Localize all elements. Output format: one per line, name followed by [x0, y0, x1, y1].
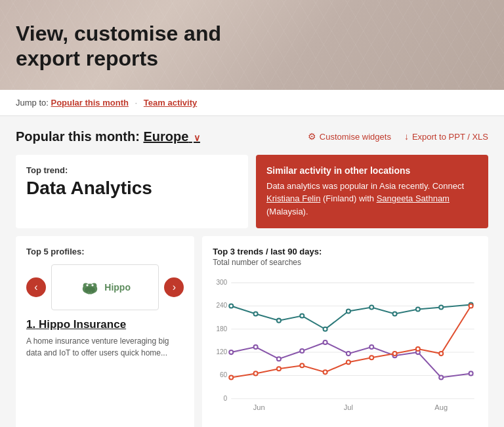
svg-point-36: [346, 352, 350, 356]
svg-point-29: [439, 306, 443, 310]
trends-chart: 300 240 180 120 60 0: [213, 274, 478, 418]
svg-point-31: [230, 350, 234, 354]
hippo-icon: [79, 279, 100, 295]
alert-body-text: Data analytics was popular in Asia recen…: [266, 181, 464, 191]
svg-point-28: [416, 308, 420, 312]
kristiana-link[interactable]: Kristiana Felin: [266, 193, 320, 203]
svg-point-23: [301, 314, 304, 318]
svg-point-24: [324, 327, 327, 331]
hero-banner: View, customise and export reports: [0, 0, 504, 90]
customise-widgets-button[interactable]: ⚙ Customise widgets: [308, 131, 391, 142]
profile-name[interactable]: 1. Hippo Insurance: [26, 318, 184, 331]
section-actions: ⚙ Customise widgets ↓ Export to PPT / XL…: [308, 131, 488, 142]
svg-point-46: [324, 371, 327, 375]
svg-point-50: [416, 347, 420, 351]
alert-mid-text: (Finland) with: [323, 193, 377, 203]
profile-company: Hippo Insurance: [39, 318, 126, 331]
svg-point-22: [277, 319, 281, 323]
hero-title: View, customise and export reports: [16, 21, 488, 71]
section-title-prefix: Popular this month:: [16, 129, 140, 144]
bottom-row: Top 5 profiles: ‹: [16, 236, 488, 427]
trend-card: Top trend: Data Analytics: [16, 155, 248, 229]
carousel-prev-button[interactable]: ‹: [26, 277, 46, 297]
svg-text:0: 0: [224, 395, 228, 402]
profile-description: A home insurance venture leveraging big …: [26, 335, 184, 359]
profiles-subtitle: Top 5 profiles:: [26, 247, 184, 256]
customise-label: Customise widgets: [320, 132, 391, 142]
svg-point-52: [469, 304, 473, 308]
svg-point-48: [369, 356, 373, 359]
svg-point-4: [87, 284, 89, 286]
svg-text:Jun: Jun: [253, 403, 265, 411]
svg-point-42: [230, 376, 234, 380]
svg-point-25: [346, 310, 350, 314]
svg-text:120: 120: [217, 348, 228, 356]
svg-point-51: [439, 352, 443, 356]
svg-point-20: [230, 304, 234, 308]
svg-point-49: [393, 352, 397, 356]
svg-point-35: [324, 340, 327, 344]
svg-point-37: [369, 345, 373, 349]
svg-point-44: [277, 367, 281, 371]
svg-point-47: [346, 360, 350, 364]
export-button[interactable]: ↓ Export to PPT / XLS: [404, 131, 488, 142]
svg-point-43: [254, 372, 258, 376]
sangeeta-link[interactable]: Sangeeta Sathnam: [377, 193, 450, 203]
profiles-card: Top 5 profiles: ‹: [16, 236, 194, 427]
profile-image-box: Hippo: [51, 264, 159, 310]
svg-point-21: [254, 312, 258, 316]
profile-number: 1.: [26, 318, 35, 331]
svg-point-3: [85, 287, 95, 293]
svg-text:300: 300: [217, 279, 228, 286]
jump-popular-link[interactable]: Popular this month: [51, 98, 128, 108]
company-name-label: Hippo: [104, 282, 131, 293]
svg-point-33: [277, 357, 281, 361]
svg-rect-7: [91, 292, 92, 295]
export-label: Export to PPT / XLS: [412, 132, 488, 142]
svg-point-41: [469, 372, 473, 376]
carousel-next-button[interactable]: ›: [164, 277, 184, 297]
svg-text:60: 60: [220, 372, 228, 379]
alert-card: Similar activity in other locations Data…: [256, 155, 488, 229]
profile-logo: Hippo: [79, 279, 131, 295]
svg-point-32: [254, 345, 258, 349]
svg-text:Jul: Jul: [344, 403, 353, 411]
svg-point-45: [301, 364, 304, 368]
jump-nav: Jump to: Popular this month · Team activ…: [0, 90, 504, 116]
main-content: Popular this month: Europe ∨ ⚙ Customise…: [0, 116, 504, 427]
trend-subtitle: Top trend:: [26, 165, 238, 175]
svg-point-26: [369, 306, 373, 310]
trend-name: Data Analytics: [26, 178, 238, 199]
svg-text:180: 180: [217, 325, 228, 333]
profile-carousel: ‹ Hippo: [26, 264, 184, 310]
chart-card: Top 3 trends / last 90 days: Total numbe…: [202, 236, 488, 427]
svg-point-34: [301, 349, 304, 353]
region-selector[interactable]: Europe ∨: [143, 129, 200, 144]
svg-rect-6: [88, 292, 89, 295]
alert-end-text: (Malaysia).: [266, 207, 308, 216]
jump-team-link[interactable]: Team activity: [144, 98, 197, 108]
svg-text:Aug: Aug: [435, 403, 448, 411]
svg-point-40: [439, 376, 443, 380]
svg-text:240: 240: [217, 302, 228, 310]
nav-separator: ·: [135, 98, 138, 108]
dropdown-arrow-icon: ∨: [194, 132, 200, 143]
chart-subtitle: Total number of searches: [213, 258, 478, 267]
section-title: Popular this month: Europe ∨: [16, 129, 200, 144]
download-icon: ↓: [404, 131, 409, 142]
svg-point-27: [393, 312, 397, 316]
section-header: Popular this month: Europe ∨ ⚙ Customise…: [16, 129, 488, 144]
top-row: Top trend: Data Analytics Similar activi…: [16, 155, 488, 229]
svg-point-5: [92, 284, 94, 286]
gear-icon: ⚙: [308, 131, 316, 142]
chart-title: Top 3 trends / last 90 days:: [213, 247, 478, 256]
jump-nav-label: Jump to:: [16, 98, 49, 108]
alert-title: Similar activity in other locations: [266, 165, 478, 176]
alert-body: Data analytics was popular in Asia recen…: [266, 180, 478, 218]
